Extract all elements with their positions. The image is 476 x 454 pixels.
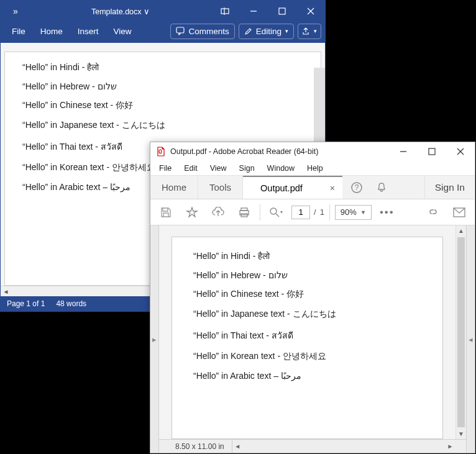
pdf-line[interactable]: “Hello” in Hebrew - שלום [193, 270, 421, 280]
acrobat-toolbar: ▾ / 1 90% ▼ ••• [150, 199, 475, 225]
menu-file[interactable]: File [153, 162, 178, 175]
zoom-value: 90% [341, 207, 357, 217]
total-pages: 1 [320, 207, 324, 217]
email-icon[interactable] [449, 202, 470, 223]
minimize-icon[interactable] [239, 1, 268, 22]
comments-label: Comments [188, 27, 229, 36]
print-icon[interactable] [234, 202, 255, 223]
svg-rect-0 [221, 9, 229, 14]
menu-edit[interactable]: Edit [178, 162, 204, 175]
scroll-left-icon[interactable]: ◄ [1, 286, 11, 297]
scroll-up-icon[interactable]: ▲ [456, 225, 466, 236]
menu-help[interactable]: Help [301, 162, 329, 175]
more-icon[interactable]: ••• [377, 202, 398, 223]
pdf-line[interactable]: “Hello” in Chinese text - 你好 [193, 289, 421, 300]
save-icon[interactable] [155, 202, 176, 223]
help-icon[interactable]: ? [346, 176, 367, 199]
acrobat-titlebar: Output.pdf - Adobe Acrobat Reader (64-bi… [150, 142, 475, 161]
acrobat-body: ▸ “Hello” in Hindi - हैलो “Hello” in Heb… [150, 225, 475, 453]
scroll-down-icon[interactable]: ▼ [456, 429, 466, 439]
document-title[interactable]: Template.docx ∨ [30, 7, 211, 16]
left-panel-toggle[interactable]: ▸ [150, 225, 159, 453]
chevron-down-icon: ▾ [314, 28, 317, 34]
editing-mode-button[interactable]: Editing ▾ [239, 24, 294, 39]
minimize-icon[interactable] [389, 142, 418, 161]
doc-line[interactable]: “Hello” in Japanese text - こんにちは [22, 120, 303, 131]
chevron-down-icon: ▾ [285, 28, 288, 34]
svg-point-18 [270, 208, 277, 214]
pencil-icon [244, 27, 252, 35]
share-button[interactable]: ▾ [298, 24, 321, 39]
tab-tools[interactable]: Tools [198, 176, 243, 199]
share-link-icon[interactable] [423, 202, 444, 223]
pdf-page[interactable]: “Hello” in Hindi - हैलो “Hello” in Hebre… [172, 237, 443, 439]
page-navigator: / 1 [291, 206, 324, 219]
pdf-line[interactable]: “Hello” in Japanese text - こんにちは [193, 309, 421, 320]
zoom-icon[interactable]: ▾ [265, 202, 286, 223]
menu-window[interactable]: Window [261, 162, 301, 175]
pdf-line[interactable]: “Hello” in Korean text - 안녕하세요 [193, 351, 421, 362]
share-icon [302, 27, 310, 35]
hscroll-track[interactable] [243, 440, 445, 453]
bell-icon[interactable] [371, 176, 392, 199]
close-icon[interactable] [296, 1, 325, 22]
acrobat-tabbar: Home Tools Output.pdf × ? Sign In [150, 176, 475, 199]
maximize-icon[interactable] [418, 142, 446, 161]
svg-line-19 [276, 214, 279, 217]
document-tab-label: Output.pdf [250, 183, 313, 193]
star-icon[interactable] [181, 202, 203, 223]
close-icon[interactable] [446, 142, 475, 161]
document-tab[interactable]: Output.pdf × [243, 176, 342, 199]
page-viewport[interactable]: “Hello” in Hindi - हैलो “Hello” in Hebre… [159, 225, 455, 439]
tab-file[interactable]: File [4, 23, 33, 40]
pdf-line[interactable]: “Hello” in Thai text - สวัสดี [193, 329, 421, 342]
pdf-icon [155, 146, 167, 157]
acrobat-menubar: File Edit View Sign Window Help [150, 161, 475, 176]
menu-sign[interactable]: Sign [233, 162, 261, 175]
right-panel-toggle[interactable]: ◂ [466, 225, 475, 453]
pdf-line[interactable]: “Hello” in Hindi - हैलो [193, 251, 421, 261]
tab-view[interactable]: View [106, 23, 139, 40]
current-page-input[interactable] [291, 206, 310, 219]
sign-in-button[interactable]: Sign In [424, 176, 475, 199]
close-tab-icon[interactable]: × [330, 183, 335, 193]
svg-rect-6 [176, 27, 184, 33]
quick-access-chevron-icon[interactable]: » [1, 1, 30, 22]
tab-home[interactable]: Home [33, 23, 70, 40]
maximize-icon[interactable] [268, 1, 296, 22]
comment-icon [176, 27, 185, 35]
doc-line[interactable]: “Hello” in Chinese text - 你好 [22, 100, 303, 111]
doc-line[interactable]: “Hello” in Hindi - हैलो [22, 62, 303, 73]
pdf-line[interactable]: “Hello” in Arabic text – مرحبًا [193, 371, 421, 381]
svg-rect-16 [241, 208, 247, 211]
acrobat-title: Output.pdf - Adobe Acrobat Reader (64-bi… [170, 147, 318, 156]
tab-home[interactable]: Home [150, 176, 198, 199]
chevron-down-icon: ▼ [360, 209, 366, 216]
page-separator: / [314, 207, 316, 217]
toolbar-separator [329, 204, 330, 220]
tab-insert[interactable]: Insert [70, 23, 106, 40]
editing-label: Editing [256, 27, 281, 36]
page-indicator[interactable]: Page 1 of 1 [7, 299, 45, 308]
svg-rect-3 [279, 8, 285, 14]
toolbar-separator [260, 204, 260, 220]
svg-text:?: ? [355, 183, 359, 192]
word-count[interactable]: 48 words [56, 299, 86, 308]
scroll-left-icon[interactable]: ◄ [232, 443, 243, 450]
word-ribbon: File Home Insert View Comments Editing ▾… [1, 22, 325, 43]
page-dimensions: 8.50 x 11.00 in [168, 440, 232, 453]
comments-button[interactable]: Comments [170, 24, 234, 39]
acrobat-statusbar: 8.50 x 11.00 in ◄ ► [159, 439, 466, 453]
svg-rect-10 [429, 148, 435, 155]
word-titlebar: » Template.docx ∨ [1, 1, 325, 22]
ribbon-display-icon[interactable] [211, 1, 239, 22]
scroll-right-icon[interactable]: ► [445, 443, 455, 450]
pdf-viewer: “Hello” in Hindi - हैलो “Hello” in Hebre… [159, 225, 466, 453]
cloud-upload-icon[interactable] [208, 202, 229, 223]
acrobat-window: Output.pdf - Adobe Acrobat Reader (64-bi… [150, 142, 475, 453]
doc-line[interactable]: “Hello” in Hebrew - שלום [22, 81, 303, 91]
vertical-scrollbar[interactable]: ▲ ▼ [455, 225, 466, 439]
zoom-level-dropdown[interactable]: 90% ▼ [335, 205, 372, 220]
scroll-thumb[interactable] [457, 237, 465, 427]
menu-view[interactable]: View [204, 162, 233, 175]
